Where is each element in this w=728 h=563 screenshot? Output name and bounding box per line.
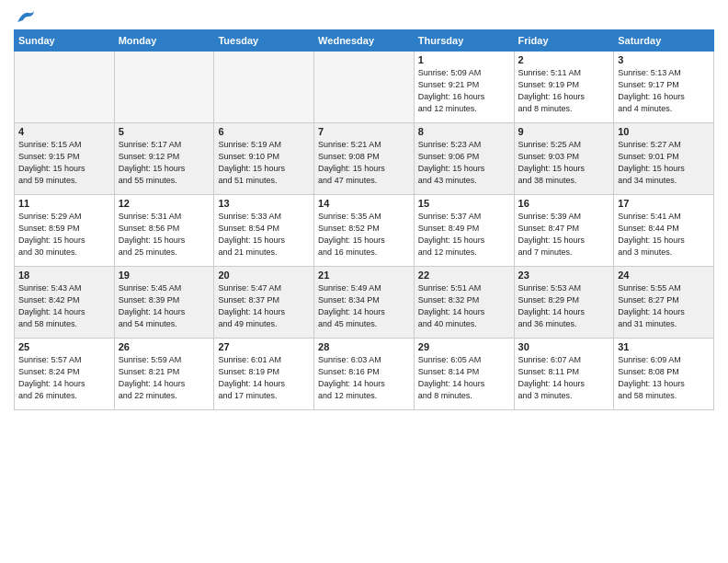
day-number: 28 (318, 341, 410, 352)
day-cell: 11Sunrise: 5:29 AM Sunset: 8:59 PM Dayli… (15, 195, 115, 267)
header (14, 9, 714, 22)
day-cell: 24Sunrise: 5:55 AM Sunset: 8:27 PM Dayli… (614, 267, 714, 339)
day-cell: 2Sunrise: 5:11 AM Sunset: 9:19 PM Daylig… (514, 52, 614, 123)
day-number: 15 (418, 198, 510, 209)
day-cell: 13Sunrise: 5:33 AM Sunset: 8:54 PM Dayli… (214, 195, 314, 267)
day-info: Sunrise: 6:09 AM Sunset: 8:08 PM Dayligh… (618, 354, 710, 402)
weekday-sunday: Sunday (15, 30, 115, 52)
day-number: 2 (518, 54, 610, 65)
day-number: 21 (318, 270, 410, 281)
day-cell: 16Sunrise: 5:39 AM Sunset: 8:47 PM Dayli… (514, 195, 614, 267)
day-info: Sunrise: 6:03 AM Sunset: 8:16 PM Dayligh… (318, 354, 410, 402)
day-info: Sunrise: 5:25 AM Sunset: 9:03 PM Dayligh… (518, 139, 610, 187)
day-cell: 3Sunrise: 5:13 AM Sunset: 9:17 PM Daylig… (614, 52, 714, 123)
day-info: Sunrise: 5:11 AM Sunset: 9:19 PM Dayligh… (518, 67, 610, 115)
day-cell (15, 52, 115, 123)
day-cell: 17Sunrise: 5:41 AM Sunset: 8:44 PM Dayli… (614, 195, 714, 267)
weekday-header-row: SundayMondayTuesdayWednesdayThursdayFrid… (15, 30, 714, 52)
day-cell (314, 52, 415, 123)
day-info: Sunrise: 5:19 AM Sunset: 9:10 PM Dayligh… (218, 139, 310, 187)
day-info: Sunrise: 5:23 AM Sunset: 9:06 PM Dayligh… (418, 139, 510, 187)
day-cell: 8Sunrise: 5:23 AM Sunset: 9:06 PM Daylig… (414, 123, 514, 195)
day-cell: 29Sunrise: 6:05 AM Sunset: 8:14 PM Dayli… (414, 339, 514, 410)
week-row-1: 1Sunrise: 5:09 AM Sunset: 9:21 PM Daylig… (15, 52, 714, 123)
day-cell: 14Sunrise: 5:35 AM Sunset: 8:52 PM Dayli… (314, 195, 415, 267)
weekday-monday: Monday (114, 30, 214, 52)
day-info: Sunrise: 5:37 AM Sunset: 8:49 PM Dayligh… (418, 211, 510, 259)
day-info: Sunrise: 5:35 AM Sunset: 8:52 PM Dayligh… (318, 211, 410, 259)
day-number: 11 (18, 198, 110, 209)
week-row-5: 25Sunrise: 5:57 AM Sunset: 8:24 PM Dayli… (15, 339, 714, 410)
day-info: Sunrise: 5:41 AM Sunset: 8:44 PM Dayligh… (618, 211, 710, 259)
day-cell: 23Sunrise: 5:53 AM Sunset: 8:29 PM Dayli… (514, 267, 614, 339)
day-number: 14 (318, 198, 410, 209)
day-number: 8 (418, 126, 510, 137)
weekday-thursday: Thursday (414, 30, 514, 52)
day-cell: 9Sunrise: 5:25 AM Sunset: 9:03 PM Daylig… (514, 123, 614, 195)
day-number: 26 (119, 341, 210, 352)
day-cell: 19Sunrise: 5:45 AM Sunset: 8:39 PM Dayli… (114, 267, 214, 339)
day-info: Sunrise: 5:53 AM Sunset: 8:29 PM Dayligh… (518, 282, 610, 330)
day-number: 9 (518, 126, 610, 137)
day-number: 30 (518, 341, 610, 352)
day-cell: 10Sunrise: 5:27 AM Sunset: 9:01 PM Dayli… (614, 123, 714, 195)
day-info: Sunrise: 5:09 AM Sunset: 9:21 PM Dayligh… (418, 67, 510, 115)
day-info: Sunrise: 5:15 AM Sunset: 9:15 PM Dayligh… (18, 139, 110, 187)
day-cell: 4Sunrise: 5:15 AM Sunset: 9:15 PM Daylig… (15, 123, 115, 195)
day-cell (114, 52, 214, 123)
day-number: 31 (618, 341, 710, 352)
day-info: Sunrise: 5:47 AM Sunset: 8:37 PM Dayligh… (218, 282, 310, 330)
day-number: 3 (618, 54, 710, 65)
day-number: 7 (318, 126, 410, 137)
day-cell: 6Sunrise: 5:19 AM Sunset: 9:10 PM Daylig… (214, 123, 314, 195)
weekday-tuesday: Tuesday (214, 30, 314, 52)
week-row-3: 11Sunrise: 5:29 AM Sunset: 8:59 PM Dayli… (15, 195, 714, 267)
day-info: Sunrise: 5:49 AM Sunset: 8:34 PM Dayligh… (318, 282, 410, 330)
day-info: Sunrise: 5:27 AM Sunset: 9:01 PM Dayligh… (618, 139, 710, 187)
weekday-saturday: Saturday (614, 30, 714, 52)
logo-bird-icon (16, 9, 36, 26)
day-info: Sunrise: 5:39 AM Sunset: 8:47 PM Dayligh… (518, 211, 610, 259)
week-row-4: 18Sunrise: 5:43 AM Sunset: 8:42 PM Dayli… (15, 267, 714, 339)
calendar-table: SundayMondayTuesdayWednesdayThursdayFrid… (14, 29, 714, 410)
day-info: Sunrise: 6:07 AM Sunset: 8:11 PM Dayligh… (518, 354, 610, 402)
day-number: 25 (18, 341, 110, 352)
day-cell: 20Sunrise: 5:47 AM Sunset: 8:37 PM Dayli… (214, 267, 314, 339)
day-number: 4 (18, 126, 110, 137)
day-info: Sunrise: 5:29 AM Sunset: 8:59 PM Dayligh… (18, 211, 110, 259)
day-number: 23 (518, 270, 610, 281)
day-cell: 31Sunrise: 6:09 AM Sunset: 8:08 PM Dayli… (614, 339, 714, 410)
day-cell: 27Sunrise: 6:01 AM Sunset: 8:19 PM Dayli… (214, 339, 314, 410)
day-cell: 22Sunrise: 5:51 AM Sunset: 8:32 PM Dayli… (414, 267, 514, 339)
day-cell: 5Sunrise: 5:17 AM Sunset: 9:12 PM Daylig… (114, 123, 214, 195)
day-info: Sunrise: 5:57 AM Sunset: 8:24 PM Dayligh… (18, 354, 110, 402)
day-number: 13 (218, 198, 310, 209)
day-cell: 18Sunrise: 5:43 AM Sunset: 8:42 PM Dayli… (15, 267, 115, 339)
day-number: 22 (418, 270, 510, 281)
day-cell: 25Sunrise: 5:57 AM Sunset: 8:24 PM Dayli… (15, 339, 115, 410)
day-number: 12 (119, 198, 210, 209)
day-info: Sunrise: 5:45 AM Sunset: 8:39 PM Dayligh… (119, 282, 210, 330)
day-info: Sunrise: 5:51 AM Sunset: 8:32 PM Dayligh… (418, 282, 510, 330)
day-info: Sunrise: 5:13 AM Sunset: 9:17 PM Dayligh… (618, 67, 710, 115)
weekday-friday: Friday (514, 30, 614, 52)
day-info: Sunrise: 6:01 AM Sunset: 8:19 PM Dayligh… (218, 354, 310, 402)
day-number: 17 (618, 198, 710, 209)
day-info: Sunrise: 6:05 AM Sunset: 8:14 PM Dayligh… (418, 354, 510, 402)
day-cell: 30Sunrise: 6:07 AM Sunset: 8:11 PM Dayli… (514, 339, 614, 410)
day-cell: 21Sunrise: 5:49 AM Sunset: 8:34 PM Dayli… (314, 267, 415, 339)
day-cell: 15Sunrise: 5:37 AM Sunset: 8:49 PM Dayli… (414, 195, 514, 267)
day-number: 10 (618, 126, 710, 137)
day-cell: 28Sunrise: 6:03 AM Sunset: 8:16 PM Dayli… (314, 339, 415, 410)
day-info: Sunrise: 5:43 AM Sunset: 8:42 PM Dayligh… (18, 282, 110, 330)
day-number: 18 (18, 270, 110, 281)
day-info: Sunrise: 5:33 AM Sunset: 8:54 PM Dayligh… (218, 211, 310, 259)
day-info: Sunrise: 5:31 AM Sunset: 8:56 PM Dayligh… (119, 211, 210, 259)
calendar-container: SundayMondayTuesdayWednesdayThursdayFrid… (0, 0, 728, 563)
day-number: 16 (518, 198, 610, 209)
day-cell (214, 52, 314, 123)
week-row-2: 4Sunrise: 5:15 AM Sunset: 9:15 PM Daylig… (15, 123, 714, 195)
day-number: 6 (218, 126, 310, 137)
day-info: Sunrise: 5:17 AM Sunset: 9:12 PM Dayligh… (119, 139, 210, 187)
day-number: 1 (418, 54, 510, 65)
